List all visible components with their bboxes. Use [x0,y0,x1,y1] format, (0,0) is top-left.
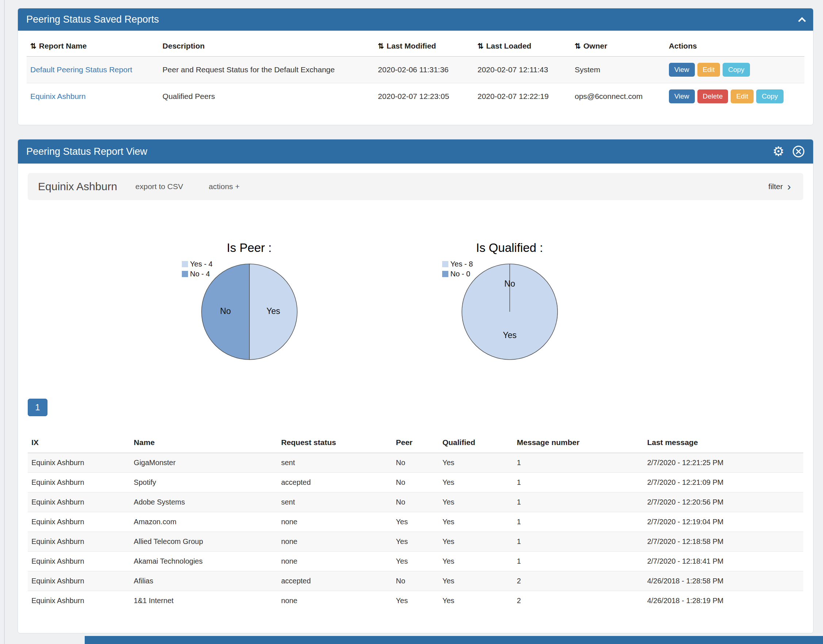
report-name-link[interactable]: Default Peering Status Report [30,65,132,74]
report-loaded: 2020-02-07 12:22:19 [474,83,571,110]
sort-icon: ⇅ [378,42,384,50]
peer-row: Equinix AshburnAllied Telecom GroupnoneY… [28,532,803,552]
peer-messages: 1 [513,492,644,512]
column-header-last-message: Last message [643,432,803,453]
view-button[interactable]: View [669,89,695,103]
peer-messages: 2 [513,571,644,591]
report-view-title: Peering Status Report View [26,146,147,157]
peer-peer: Yes [392,591,438,611]
report-name-label: Equinix Ashburn [38,180,117,193]
report-description: Qualified Peers [159,83,374,110]
peer-messages: 1 [513,473,644,492]
sort-icon: ⇅ [30,42,37,50]
peer-qualified: Yes [439,571,513,591]
peer-ix: Equinix Ashburn [28,492,130,512]
collapse-panel-icon[interactable] [799,16,805,24]
peer-ix: Equinix Ashburn [28,571,130,591]
peer-ix: Equinix Ashburn [28,591,130,611]
edit-button[interactable]: Edit [731,89,754,103]
settings-button[interactable]: ⚙ [772,145,784,158]
saved-report-row: Default Peering Status ReportPeer and Re… [27,57,805,83]
view-button[interactable]: View [669,63,695,77]
report-modified: 2020-02-06 11:31:36 [374,57,474,83]
report-view-body: Equinix Ashburn export to CSV actions + … [18,164,813,633]
peer-name: Amazon.com [130,512,277,532]
peer-qualified: Yes [439,453,513,473]
peer-last: 2/7/2020 - 12:19:04 PM [643,512,803,532]
peer-peer: Yes [392,512,438,532]
delete-button[interactable]: Delete [697,89,728,103]
peer-last: 2/7/2020 - 12:21:09 PM [643,473,803,492]
saved-reports-body: ⇅Report NameDescription⇅Last Modified⇅La… [18,31,813,125]
column-header-qualified: Qualified [439,432,513,453]
peer-qualified: Yes [439,532,513,552]
peer-ix: Equinix Ashburn [28,453,130,473]
column-header-name: Name [130,432,277,453]
peer-last: 2/7/2020 - 12:21:25 PM [643,453,803,473]
page-button-1[interactable]: 1 [28,399,48,416]
close-circle-icon [792,145,805,158]
legend-swatch-icon [182,261,188,267]
legend-item: No - 0 [442,270,473,278]
legend-item: Yes - 8 [442,260,473,268]
copy-button[interactable]: Copy [756,89,783,103]
peer-row: Equinix Ashburn1&1 InternetnoneYesYes24/… [28,591,803,611]
page-viewport: Peering Status Saved Reports ⇅Report Nam… [0,0,823,644]
peer-peer: No [392,492,438,512]
peer-name: Akamai Technologies [130,552,277,571]
pie-chart-is-qualified: Is Qualified :Yes - 8No - 0YesNo [379,241,640,368]
report-modified: 2020-02-07 12:23:05 [374,83,474,110]
report-actions: ViewEditCopy [665,57,805,83]
report-description: Peer and Request Status for the Default … [159,57,374,83]
peer-ix: Equinix Ashburn [28,532,130,552]
peer-qualified: Yes [439,591,513,611]
peer-messages: 1 [513,453,644,473]
column-header-owner[interactable]: ⇅Owner [571,36,665,57]
peer-ix: Equinix Ashburn [28,552,130,571]
peer-name: GigaMonster [130,453,277,473]
peer-peer: Yes [392,552,438,571]
legend-item: No - 4 [182,270,213,278]
sort-icon: ⇅ [478,42,484,50]
peer-qualified: Yes [439,492,513,512]
edit-button[interactable]: Edit [697,63,720,77]
peer-peer: Yes [392,532,438,552]
column-header-actions: Actions [665,36,805,57]
close-panel-button[interactable] [792,145,805,158]
column-header-last-modified[interactable]: ⇅Last Modified [374,36,474,57]
legend-swatch-icon [442,271,448,277]
peer-peer: No [392,473,438,492]
filter-toggle[interactable]: filter › [768,181,791,192]
chart-title: Is Peer : [227,241,272,255]
svg-text:Yes: Yes [266,306,280,316]
report-name-link[interactable]: Equinix Ashburn [30,92,86,100]
peer-last: 4/26/2018 - 1:28:58 PM [643,571,803,591]
chevron-right-icon: › [787,181,791,192]
peer-row: Equinix AshburnAkamai TechnologiesnoneYe… [28,552,803,571]
column-header-last-loaded[interactable]: ⇅Last Loaded [474,36,571,57]
column-header-peer: Peer [392,432,438,453]
chart-title: Is Qualified : [476,241,543,255]
peer-name: 1&1 Internet [130,591,277,611]
peer-peer: No [392,453,438,473]
saved-reports-table: ⇅Report NameDescription⇅Last Modified⇅La… [27,36,805,109]
peer-request: accepted [277,473,392,492]
report-loaded: 2020-02-07 12:11:43 [474,57,571,83]
peers-table: IXNameRequest statusPeerQualifiedMessage… [28,432,803,610]
peer-qualified: Yes [439,512,513,532]
column-header-ix: IX [28,432,130,453]
copy-button[interactable]: Copy [723,63,749,77]
gear-icon: ⚙ [772,145,784,158]
report-toolbar: Equinix Ashburn export to CSV actions + … [28,173,803,200]
actions-menu-link[interactable]: actions + [209,182,240,191]
peer-request: sent [277,453,392,473]
svg-text:No: No [504,279,515,288]
column-header-request-status: Request status [277,432,392,453]
legend-item: Yes - 4 [182,260,213,268]
sort-icon: ⇅ [575,42,581,50]
peer-peer: No [392,571,438,591]
export-csv-link[interactable]: export to CSV [135,182,183,191]
column-header-report-name[interactable]: ⇅Report Name [27,36,159,57]
peer-qualified: Yes [439,552,513,571]
peer-name: Spotify [130,473,277,492]
